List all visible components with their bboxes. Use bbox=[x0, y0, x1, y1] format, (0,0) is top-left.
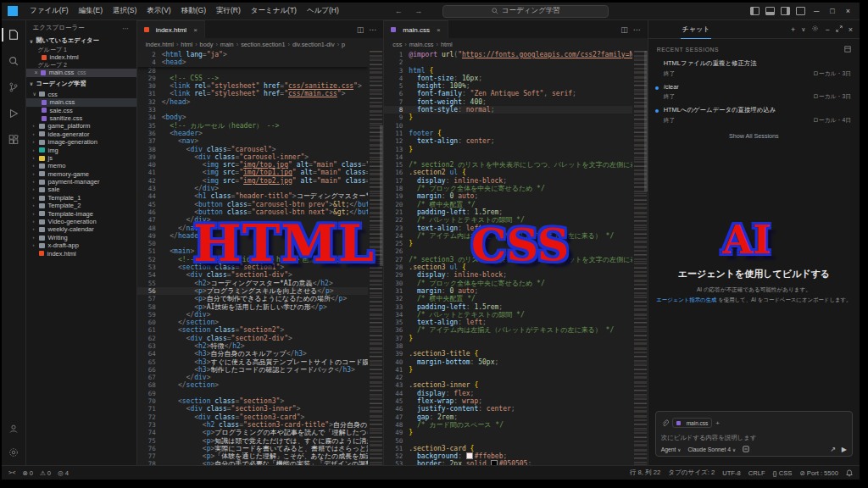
code-line-70[interactable]: 70 <section class="section3"> bbox=[137, 397, 369, 405]
code-line-16[interactable]: 16.section2 ul { bbox=[384, 169, 632, 176]
color-swatch[interactable] bbox=[466, 452, 473, 459]
breadcrumb-item[interactable]: html bbox=[181, 41, 192, 48]
toggle-sidebar-icon[interactable] bbox=[750, 7, 760, 15]
session-item-2[interactable]: HTMLへのゲームデータの直接埋め込み終了ローカル・4日 bbox=[648, 103, 860, 127]
code-line-3[interactable]: 3html { bbox=[384, 67, 632, 75]
tree-item-weekly-calendar[interactable]: ›weekly-calendar bbox=[26, 225, 136, 233]
code-line-34[interactable]: 34<body> bbox=[137, 114, 369, 121]
code-line-72[interactable]: 72 <div class="section3-card"> bbox=[137, 413, 369, 421]
open-editors-header[interactable]: ∨ 開いているエディター bbox=[26, 36, 136, 46]
menu-item-7[interactable]: ヘルプ(H) bbox=[302, 6, 344, 16]
code-line-5[interactable]: 5 height: 100%; bbox=[384, 82, 632, 90]
code-line-42[interactable]: 42 <img src="img/top2.jpg" alt="main" cl… bbox=[137, 177, 369, 185]
code-line-68[interactable]: 68 </section> bbox=[137, 381, 369, 389]
code-line-62[interactable]: 62 <div class="section2-div"> bbox=[137, 335, 369, 342]
generate-instructions-link[interactable]: エージェント指示の生成 bbox=[656, 297, 716, 302]
menu-item-5[interactable]: 実行(R) bbox=[211, 6, 246, 16]
tree-item-img[interactable]: ›img bbox=[26, 147, 136, 154]
breadcrumb-item[interactable]: main.css bbox=[409, 41, 434, 48]
code-line-40[interactable]: 40 <img src="img/top.jpg" alt="main" cla… bbox=[137, 161, 369, 169]
tree-item-Writing[interactable]: ›Writing bbox=[26, 234, 136, 241]
code-line-12[interactable]: 12 text-align: center; bbox=[384, 137, 632, 145]
code-line-38[interactable]: 38 bbox=[384, 342, 632, 350]
code-line-39[interactable]: 39.section3-title { bbox=[384, 350, 632, 358]
code-line-6[interactable]: 6 font-family: "Zen Antique Soft", serif… bbox=[384, 90, 632, 97]
code-line-43[interactable]: 43.section3-inner { bbox=[384, 381, 632, 389]
code-line-41[interactable]: 41} bbox=[384, 366, 632, 374]
status-item-2[interactable]: UTF-8 bbox=[722, 469, 741, 477]
code-line-32[interactable]: 32</head> bbox=[137, 98, 369, 106]
code-line-74[interactable]: 74 <p>プログラミングの本や記事を読んで「理解したつもり」にな bbox=[137, 429, 369, 436]
extensions-icon[interactable] bbox=[6, 132, 21, 147]
toggle-secondary-sidebar-icon[interactable] bbox=[781, 7, 790, 15]
model-picker[interactable]: Claude Sonnet 4 ∨ bbox=[687, 446, 736, 452]
breadcrumb-item[interactable]: body bbox=[200, 41, 214, 48]
add-context-icon[interactable]: + bbox=[715, 419, 720, 427]
code-line-64[interactable]: 64 <h3>自分自身のスキルアップ</h3> bbox=[137, 350, 369, 358]
show-all-sessions-link[interactable]: Show All Sessions bbox=[648, 132, 860, 140]
code-line-39[interactable]: 39 <div class="carousel-inner"> bbox=[137, 153, 369, 161]
status-item-4[interactable]: {} CSS bbox=[773, 469, 793, 477]
breadcrumb-item[interactable]: css bbox=[392, 41, 402, 48]
code-line-20[interactable]: 20 /* 横中央配置 */ bbox=[384, 201, 632, 208]
search-icon[interactable] bbox=[6, 53, 21, 69]
code-line-36[interactable]: 36 <header> bbox=[137, 130, 369, 137]
code-line-63[interactable]: 63 <h2>特徴</h2> bbox=[137, 342, 369, 350]
code-line-45[interactable]: 45 <button class="carousel-btn prev">&lt… bbox=[137, 201, 369, 208]
tree-item-payment-manager[interactable]: ›payment-manager bbox=[26, 178, 136, 186]
source-control-icon[interactable] bbox=[6, 80, 21, 95]
code-line-56[interactable]: 56 <p>プログラミングスキルを向上させる</p> bbox=[137, 287, 369, 295]
tree-item-sale[interactable]: ›sale bbox=[26, 186, 136, 193]
code-line-59[interactable]: 59 </div> bbox=[137, 311, 369, 319]
split-editor-icon[interactable]: ◫ bbox=[357, 25, 364, 34]
code-line-75[interactable]: 75 <p>知識は頭で覚えただけでは、すぐに霧のように消えてしまい bbox=[137, 437, 369, 445]
workspace-header[interactable]: ∨ コーディング学習 bbox=[26, 79, 136, 89]
status-item-5[interactable]: ⊘ Port : 5500 bbox=[799, 469, 838, 477]
close-icon[interactable]: × bbox=[193, 26, 198, 34]
code-line-38[interactable]: 38 <div class="carousel"> bbox=[137, 146, 369, 153]
tree-item-main.css[interactable]: main.css bbox=[26, 98, 136, 106]
code-line-21[interactable]: 21 padding-left: 1.5rem; bbox=[384, 208, 632, 216]
voice-icon[interactable]: ↗ bbox=[830, 446, 836, 453]
code-line-33[interactable]: 33 bbox=[137, 106, 369, 114]
tree-item-game_platform[interactable]: ›game_platform bbox=[26, 122, 136, 130]
code-line-69[interactable]: 69 bbox=[137, 390, 369, 397]
code-line-48[interactable]: 48 /* カード間のスペース */ bbox=[384, 421, 632, 429]
code-line-32[interactable]: 32 /* 横中央配置 */ bbox=[384, 295, 632, 302]
menu-item-1[interactable]: 編集(E) bbox=[74, 6, 108, 16]
code-line-78[interactable]: 78 <p>自分の手で必要な「機能の実装」「デザインの調整」「便利 bbox=[137, 460, 369, 465]
code-line-33[interactable]: 33 padding-left: 1.5rem; bbox=[384, 303, 632, 311]
editor2-scrollbar[interactable] bbox=[644, 51, 648, 191]
tree-item-x-draft-app[interactable]: ›x-draft-app bbox=[26, 241, 136, 249]
code-line-7[interactable]: 7 font-weight: 400; bbox=[384, 98, 632, 106]
code-line-47[interactable]: 47 gap: 2rem; bbox=[384, 413, 632, 421]
code-line-76[interactable]: 76 <p>実際にコードを書いてみると、書籍ではさらっと流されてい bbox=[137, 445, 369, 452]
code-line-34[interactable]: 34 /* バレットとテキストの隙間 */ bbox=[384, 311, 632, 319]
code-line-4[interactable]: 4<head> bbox=[137, 58, 369, 66]
breadcrumb-item[interactable]: section.section1 bbox=[241, 41, 285, 48]
code-line-30[interactable]: 30 <link rel="stylesheet" href="css/sani… bbox=[137, 82, 369, 90]
tree-item-Template-image[interactable]: ›Template-image bbox=[26, 210, 136, 218]
customize-layout-icon[interactable] bbox=[796, 7, 805, 15]
code-line-35[interactable]: 35 <!-- カルーセル（header） --> bbox=[137, 122, 369, 130]
chat-input-box[interactable]: main.css + 次にビルドする内容を説明します Agent ∨ Claud… bbox=[655, 411, 853, 457]
code-line-55[interactable]: 55 <h2>コーディングマスター*AIの意義</h2> bbox=[137, 280, 369, 287]
breadcrumb-item[interactable]: html bbox=[441, 41, 453, 48]
settings-gear-icon[interactable] bbox=[6, 445, 21, 460]
tree-item-image-generation[interactable]: ›image-generation bbox=[26, 138, 136, 146]
code-line-57[interactable]: 57 <p>自分で制作できるようになるための場所</p> bbox=[137, 295, 369, 302]
menu-item-4[interactable]: 移動(G) bbox=[176, 6, 211, 16]
code-line-52[interactable]: 52 background: #ffebeb; bbox=[384, 452, 632, 460]
run-debug-icon[interactable] bbox=[6, 106, 21, 121]
code-line-77[interactable]: 77 <p>「体験を通じた理解」こそが、あなたの成長を加速させる一 bbox=[137, 452, 369, 460]
code-line-18[interactable]: 18 /* ブロック全体を中央に寄せるため */ bbox=[384, 185, 632, 192]
chat-settings-gear-icon[interactable] bbox=[811, 25, 819, 34]
code-line-50[interactable]: 50 bbox=[384, 437, 632, 445]
code-line-36[interactable]: 36 /* アイテム内は左揃え（バレットがテキストの左に来る） */ bbox=[384, 326, 632, 334]
tree-item-memo[interactable]: ›memo bbox=[26, 162, 136, 169]
minimize-button[interactable]: ─ bbox=[811, 7, 821, 15]
maximize-button[interactable]: □ bbox=[827, 7, 837, 15]
tab-main-css[interactable]: main.css × bbox=[384, 20, 448, 38]
tree-item-idea-generator[interactable]: ›idea-generator bbox=[26, 130, 136, 138]
more-actions-icon[interactable]: ⋯ bbox=[369, 25, 376, 34]
